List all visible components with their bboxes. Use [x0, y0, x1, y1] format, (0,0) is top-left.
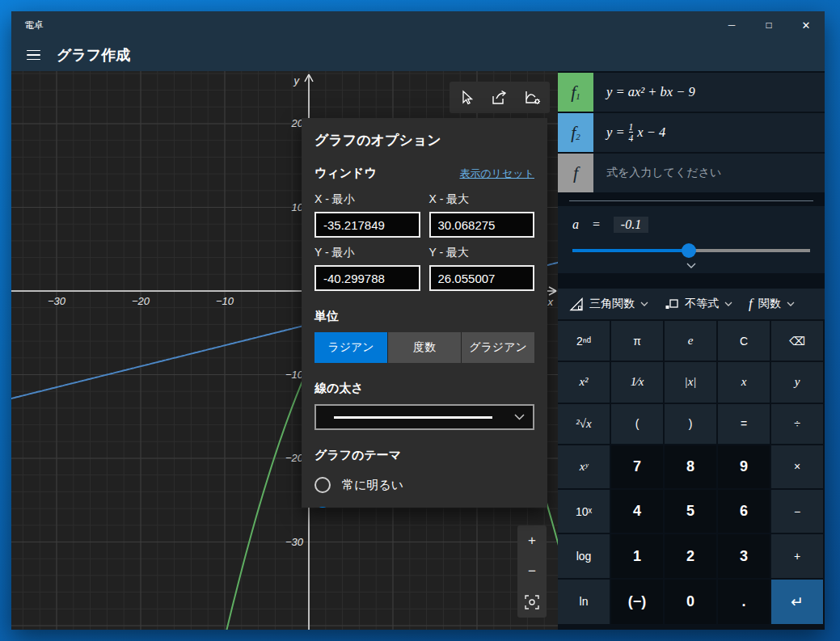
- function-1-equation[interactable]: y = ax² + bx − 9: [593, 73, 825, 112]
- tab-inequality[interactable]: 不等式: [665, 297, 732, 311]
- function-input-placeholder: 式を入力してください: [606, 166, 721, 180]
- tab-function[interactable]: f 関数: [749, 296, 795, 312]
- theme-option-label: アプリのテーマに合わせる: [342, 508, 491, 508]
- chevron-down-icon: [640, 302, 648, 306]
- x-min-label: X - 最小: [314, 192, 420, 207]
- key-add[interactable]: +: [771, 534, 823, 577]
- graph-options-icon[interactable]: [517, 82, 550, 113]
- trace-icon[interactable]: [450, 82, 483, 113]
- graph-options-panel: グラフのオプション ウィンドウ 表示のリセット X - 最小 X - 最大: [302, 118, 547, 508]
- graph-in-view-icon[interactable]: [517, 587, 547, 618]
- key-close-paren[interactable]: ): [665, 404, 716, 444]
- zoom-out-button[interactable]: −: [517, 556, 547, 587]
- key-negate[interactable]: (−): [611, 580, 663, 624]
- options-panel-title: グラフのオプション: [314, 131, 534, 150]
- key-eight[interactable]: 8: [665, 445, 716, 488]
- tab-trigonometry[interactable]: 三角関数: [569, 297, 648, 311]
- share-icon[interactable]: [483, 82, 516, 113]
- key-square[interactable]: x²: [558, 362, 610, 402]
- reset-view-link[interactable]: 表示のリセット: [459, 167, 534, 181]
- unit-option-0[interactable]: ラジアン: [314, 332, 387, 363]
- window-range-fields: X - 最小 X - 最大 Y - 最小 Y - 最大: [314, 184, 534, 291]
- x-max-input[interactable]: [429, 212, 535, 238]
- graph-canvas[interactable]: −30−20−102010−10−20−30yx グラフのオプション ウィンドウ…: [11, 71, 558, 630]
- function-row-1[interactable]: f1 y = ax² + bx − 9: [558, 73, 825, 112]
- svg-text:−20: −20: [132, 295, 150, 307]
- theme-option-match-app[interactable]: アプリのテーマに合わせる: [314, 507, 534, 508]
- fraction: 14: [629, 122, 634, 143]
- function-1-badge[interactable]: f1: [558, 73, 593, 112]
- svg-text:−30: −30: [48, 295, 66, 307]
- hamburger-menu-icon[interactable]: [18, 42, 49, 68]
- key-clear[interactable]: C: [718, 321, 770, 361]
- function-row-empty[interactable]: f 式を入力してください: [558, 154, 825, 192]
- key-log[interactable]: log: [558, 534, 610, 577]
- calculator-window: 電卓 ─ □ ✕ グラフ作成 −30−20−102010−10−20−30yx: [11, 11, 825, 630]
- radio-icon: [314, 507, 331, 508]
- key-euler[interactable]: e: [665, 321, 716, 361]
- function-row-2[interactable]: f2 y = 14 x − 4: [558, 113, 825, 152]
- line-width-dropdown[interactable]: [314, 404, 534, 430]
- triangle-icon: [569, 297, 584, 311]
- x-max-label: X - 最大: [429, 192, 535, 207]
- key-pi[interactable]: π: [611, 321, 663, 361]
- key-one[interactable]: 1: [611, 534, 663, 577]
- unit-option-1[interactable]: 度数: [388, 332, 461, 363]
- key-var-x[interactable]: x: [718, 362, 770, 402]
- key-six[interactable]: 6: [718, 490, 770, 533]
- key-absolute[interactable]: |x|: [665, 362, 716, 402]
- maximize-button[interactable]: □: [750, 11, 787, 39]
- key-equals[interactable]: =: [718, 404, 770, 444]
- key-zero[interactable]: 0: [665, 580, 716, 624]
- chevron-down-icon: [724, 302, 732, 306]
- function-empty-badge[interactable]: f: [558, 154, 593, 192]
- unit-option-2[interactable]: グラジアン: [462, 332, 534, 363]
- chevron-down-icon[interactable]: [678, 261, 704, 270]
- variable-slider[interactable]: [572, 243, 810, 258]
- key-nine[interactable]: 9: [718, 445, 770, 488]
- key-enter[interactable]: ↵: [771, 580, 823, 624]
- y-min-input[interactable]: [314, 265, 420, 291]
- theme-option-light[interactable]: 常に明るい: [314, 477, 534, 493]
- function-panel: f1 y = ax² + bx − 9 f2 y = 14 x − 4 f 式を…: [558, 71, 825, 630]
- key-multiply[interactable]: ×: [771, 445, 823, 488]
- key-five[interactable]: 5: [665, 490, 716, 533]
- key-decimal[interactable]: .: [718, 580, 770, 624]
- slider-variable: a: [572, 217, 579, 232]
- function-2-badge[interactable]: f2: [558, 113, 593, 152]
- close-button[interactable]: ✕: [787, 11, 825, 39]
- panel-divider: [569, 200, 813, 201]
- key-three[interactable]: 3: [718, 534, 770, 577]
- function-input[interactable]: 式を入力してください: [593, 154, 825, 192]
- key-reciprocal[interactable]: 1⁄x: [611, 362, 663, 402]
- zoom-in-button[interactable]: +: [517, 525, 547, 556]
- y-max-label: Y - 最大: [429, 246, 535, 260]
- x-min-input[interactable]: [314, 212, 420, 238]
- svg-text:−10: −10: [216, 295, 234, 307]
- chevron-down-icon: [787, 302, 795, 306]
- slider-value[interactable]: -0.1: [614, 217, 648, 233]
- y-max-input[interactable]: [429, 265, 535, 291]
- key-sqrt[interactable]: ²√x: [558, 404, 610, 444]
- key-var-y[interactable]: y: [771, 362, 823, 402]
- key-divide[interactable]: ÷: [771, 404, 823, 444]
- slider-thumb[interactable]: [682, 243, 696, 258]
- key-backspace[interactable]: ⌫: [771, 321, 823, 361]
- radio-icon: [314, 477, 331, 493]
- key-natural-log[interactable]: ln: [558, 580, 610, 624]
- key-two[interactable]: 2: [665, 534, 716, 577]
- key-second[interactable]: 2ⁿᵈ: [558, 321, 610, 361]
- window-controls: ─ □ ✕: [713, 11, 825, 39]
- key-power[interactable]: xʸ: [558, 445, 610, 488]
- keypad: 2ⁿᵈπeC⌫x²1⁄x|x|xy²√x()=÷xʸ789×10ˣ456−log…: [558, 319, 825, 630]
- function-2-equation[interactable]: y = 14 x − 4: [593, 113, 825, 152]
- key-open-paren[interactable]: (: [611, 404, 663, 444]
- key-ten-power[interactable]: 10ˣ: [558, 490, 610, 533]
- slider-fill: [572, 249, 689, 252]
- function-list: f1 y = ax² + bx − 9 f2 y = 14 x − 4 f 式を…: [558, 71, 825, 192]
- titlebar[interactable]: 電卓 ─ □ ✕: [11, 11, 825, 39]
- key-four[interactable]: 4: [611, 490, 663, 533]
- minimize-button[interactable]: ─: [713, 11, 750, 39]
- key-seven[interactable]: 7: [611, 445, 663, 488]
- key-subtract[interactable]: −: [771, 490, 823, 533]
